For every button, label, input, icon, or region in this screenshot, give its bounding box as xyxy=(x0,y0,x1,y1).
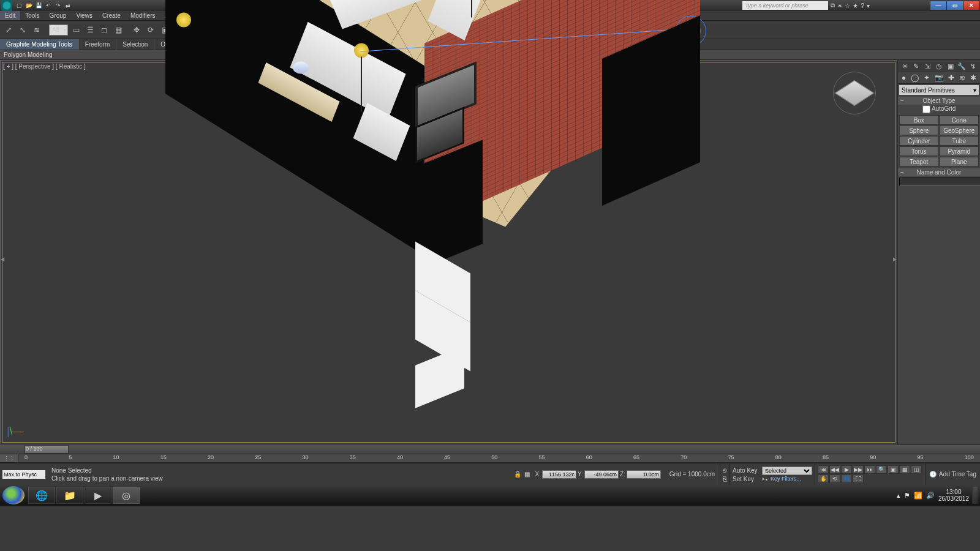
nav-zoom-ext-icon[interactable]: ▦ xyxy=(899,465,910,474)
help-icon[interactable]: ? xyxy=(861,2,864,9)
prev-frame-icon[interactable]: ◀◀ xyxy=(829,465,840,474)
tray-network-icon[interactable]: 📶 xyxy=(914,492,922,500)
name-color-rollup[interactable]: Name and Color xyxy=(898,168,980,176)
viewcube[interactable] xyxy=(833,72,876,114)
ribbon-tab-selection[interactable]: Selection xyxy=(116,39,154,50)
show-desktop-button[interactable] xyxy=(973,487,978,504)
help-search-input[interactable]: Type a keyword or phrase xyxy=(742,1,828,10)
btn-sphere[interactable]: Sphere xyxy=(899,126,939,135)
menu-create[interactable]: Create xyxy=(97,11,126,20)
spacewarps-icon[interactable]: ≋ xyxy=(959,73,965,82)
tray-flag-icon[interactable]: ⚑ xyxy=(904,492,910,500)
add-time-tag[interactable]: Add Time Tag xyxy=(939,471,976,478)
setkey-button[interactable]: Set Key xyxy=(733,476,760,482)
bind-space-warp-icon[interactable]: ≋ xyxy=(31,24,43,36)
vp-arrow-left[interactable]: ◀ xyxy=(1,252,4,263)
vp-arrow-right[interactable]: ▶ xyxy=(893,252,897,263)
ribbon-tab-graphite[interactable]: Graphite Modeling Tools xyxy=(0,39,79,50)
play-icon[interactable]: ▶ xyxy=(841,465,852,474)
viewport[interactable]: [ + ] [ Perspective ] [ Realistic ] xyxy=(0,60,897,444)
select-link-icon[interactable]: ⤢ xyxy=(2,24,15,36)
autokey-mode-dropdown[interactable]: Selected xyxy=(762,467,812,475)
ribbon-tab-freeform[interactable]: Freeform xyxy=(79,39,117,50)
menu-views[interactable]: Views xyxy=(71,11,97,20)
btn-pyramid[interactable]: Pyramid xyxy=(940,146,979,156)
menu-edit[interactable]: Edit xyxy=(0,11,20,20)
btn-cylinder[interactable]: Cylinder xyxy=(899,136,939,146)
goto-start-icon[interactable]: ⏮ xyxy=(818,465,829,474)
minimize-button[interactable]: — xyxy=(930,1,947,10)
taskbar-3dsmax[interactable]: ◎ xyxy=(113,487,140,504)
isolate-icon[interactable]: ⎋ xyxy=(723,467,727,474)
primitive-category-dropdown[interactable]: Standard Primitives▾ xyxy=(899,85,979,95)
tab-create-icon[interactable]: ✳ xyxy=(900,61,910,71)
autogrid-checkbox[interactable] xyxy=(922,105,930,113)
taskbar-explorer[interactable]: 📁 xyxy=(56,487,83,504)
taskbar-ie[interactable]: 🌐 xyxy=(28,487,55,504)
favorites-icon[interactable]: ★ xyxy=(853,2,858,9)
next-frame-icon[interactable]: ▶▶ xyxy=(853,465,864,474)
select-object-icon[interactable]: ▭ xyxy=(70,24,82,36)
object-name-input[interactable] xyxy=(899,178,980,186)
coord-y-input[interactable] xyxy=(584,470,619,479)
move-icon[interactable]: ✥ xyxy=(130,24,143,36)
lights-icon[interactable]: ✦ xyxy=(924,73,930,82)
btn-cone[interactable]: Cone xyxy=(940,115,979,125)
nav-fov-icon[interactable]: ◫ xyxy=(911,465,922,474)
viewport-label[interactable]: [ + ] [ Perspective ] [ Realistic ] xyxy=(3,63,86,70)
communication-icon[interactable]: ☆ xyxy=(845,2,850,9)
menu-group[interactable]: Group xyxy=(45,11,72,20)
time-ruler[interactable]: ⋮⋮ 0510152025303540455055606570758085909… xyxy=(0,454,980,463)
tab-display-icon[interactable]: ▣ xyxy=(946,61,956,71)
subscription-icon[interactable]: ⧉ xyxy=(831,2,835,9)
btn-plane[interactable]: Plane xyxy=(940,157,979,167)
adaptive-icon[interactable]: ⎘ xyxy=(723,475,727,482)
btn-box[interactable]: Box xyxy=(899,115,939,125)
cameras-icon[interactable]: 📷 xyxy=(935,73,944,82)
setkey-big-icon[interactable]: 🗝 xyxy=(762,476,768,482)
coord-x-input[interactable] xyxy=(542,470,576,479)
systems-icon[interactable]: ✱ xyxy=(970,73,976,82)
selection-lock-icon[interactable]: 🔒 xyxy=(513,470,522,479)
nav-pan-icon[interactable]: ✋ xyxy=(818,474,829,483)
shapes-icon[interactable]: ◯ xyxy=(911,73,919,82)
open-icon[interactable]: 📂 xyxy=(24,1,33,10)
tray-clock[interactable]: 13:00 26/03/2012 xyxy=(938,489,969,502)
track-bar-toggle[interactable]: ⋮⋮ xyxy=(0,454,18,463)
nav-orbit-icon[interactable]: ⟲ xyxy=(829,474,840,483)
btn-teapot[interactable]: Teapot xyxy=(899,157,939,167)
help-dd-icon[interactable]: ▾ xyxy=(867,2,870,9)
maximize-button[interactable]: ▭ xyxy=(946,1,963,10)
key-filters-link[interactable]: Key Filters... xyxy=(771,476,801,482)
tab-pin-icon[interactable]: ↯ xyxy=(968,61,978,71)
geometry-icon[interactable]: ● xyxy=(902,73,906,82)
undo-icon[interactable]: ↶ xyxy=(44,1,53,10)
app-icon[interactable] xyxy=(1,0,12,11)
tab-utilities-icon[interactable]: 🔧 xyxy=(957,61,967,71)
rect-select-icon[interactable]: ◻ xyxy=(98,24,110,36)
timetag-icon[interactable]: 🕓 xyxy=(929,471,937,478)
absolute-mode-icon[interactable]: ▦ xyxy=(523,470,532,479)
helpers-icon[interactable]: ✚ xyxy=(948,73,954,82)
save-icon[interactable]: 💾 xyxy=(34,1,43,10)
nav-walk-icon[interactable]: 👣 xyxy=(841,474,852,483)
start-button[interactable] xyxy=(2,486,24,504)
coord-z-input[interactable] xyxy=(627,470,661,479)
unlink-icon[interactable]: ⤡ xyxy=(17,24,29,36)
exchange-icon[interactable]: ✶ xyxy=(837,2,842,9)
redo-icon[interactable]: ↷ xyxy=(54,1,62,10)
taskbar-media-player[interactable]: ▶ xyxy=(85,487,111,504)
rotate-icon[interactable]: ⟳ xyxy=(145,24,157,36)
tray-volume-icon[interactable]: 🔊 xyxy=(926,492,935,500)
new-icon[interactable]: ▢ xyxy=(15,1,23,10)
select-by-name-icon[interactable]: ☰ xyxy=(84,24,96,36)
btn-geosphere[interactable]: GeoSphere xyxy=(940,126,979,135)
tab-motion-icon[interactable]: ◷ xyxy=(934,61,944,71)
time-slider-track[interactable]: 0 / 100 xyxy=(0,444,980,454)
menu-tools[interactable]: Tools xyxy=(20,11,44,20)
goto-end-icon[interactable]: ⏭ xyxy=(864,465,875,474)
tab-hierarchy-icon[interactable]: ⇲ xyxy=(922,61,932,71)
btn-torus[interactable]: Torus xyxy=(899,146,939,156)
tab-modify-icon[interactable]: ✎ xyxy=(911,61,921,71)
autokey-button[interactable]: Auto Key xyxy=(733,467,760,474)
